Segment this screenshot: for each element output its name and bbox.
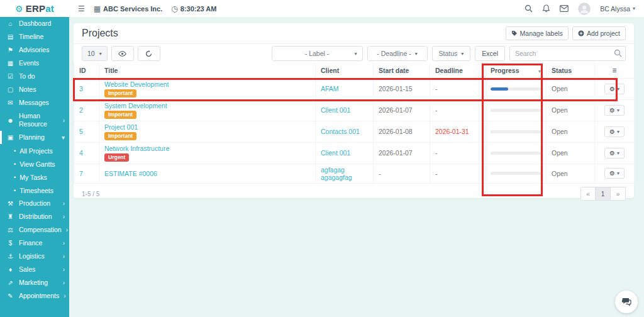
label-badge: Urgent bbox=[104, 153, 129, 162]
row-actions-button[interactable]: ⚙▾ bbox=[604, 126, 625, 137]
project-title-link[interactable]: Network Infrastructure bbox=[104, 145, 169, 152]
col-header-title[interactable]: Title bbox=[99, 63, 316, 78]
plus-circle-icon bbox=[578, 30, 584, 36]
client-link[interactable]: Client 001 bbox=[321, 149, 350, 157]
sidebar-item-timeline[interactable]: ▤ Timeline bbox=[0, 30, 69, 43]
project-title-link[interactable]: Website Development bbox=[104, 81, 169, 88]
toggle-columns-button[interactable] bbox=[111, 46, 134, 61]
current-time: 8:30:23 AM bbox=[180, 5, 217, 13]
project-id-link[interactable]: 2 bbox=[79, 106, 83, 114]
start-date-cell: 2026-01-15 bbox=[374, 78, 430, 99]
project-id-link[interactable]: 4 bbox=[79, 149, 83, 157]
sidebar-subitem-timesheets[interactable]: • Timesheets bbox=[0, 184, 69, 197]
client-link[interactable]: Contacts 001 bbox=[321, 128, 360, 135]
client-link[interactable]: Client 001 bbox=[321, 106, 350, 114]
chevron-right-icon: › bbox=[63, 252, 65, 260]
progress-bar bbox=[491, 172, 541, 175]
status-filter-button[interactable]: Status ▾ bbox=[432, 46, 471, 61]
row-actions-button[interactable]: ⚙▾ bbox=[604, 84, 625, 94]
eye-icon bbox=[118, 51, 126, 57]
row-actions-button[interactable]: ⚙▾ bbox=[604, 148, 625, 158]
col-header-id[interactable]: ID bbox=[74, 63, 99, 78]
chevron-right-icon: › bbox=[63, 116, 65, 125]
notifications-bell-icon[interactable] bbox=[542, 4, 550, 13]
row-actions-button[interactable]: ⚙▾ bbox=[604, 168, 625, 179]
add-project-button[interactable]: Add project bbox=[572, 26, 626, 40]
manage-labels-button[interactable]: Manage labels bbox=[506, 26, 569, 40]
project-title-link[interactable]: Project 001 bbox=[104, 123, 138, 131]
sidebar-subitem-view-gantts[interactable]: • View Gantts bbox=[0, 157, 69, 170]
pagination-next-button[interactable]: » bbox=[611, 187, 626, 201]
sidebar-toggle[interactable]: ☰ bbox=[78, 4, 85, 13]
search-icon[interactable] bbox=[525, 4, 533, 13]
col-header-start-date[interactable]: Start date bbox=[374, 63, 430, 78]
erpat-logo[interactable]: ⚙ ERPat bbox=[0, 0, 69, 17]
company-selector[interactable]: ▦ ABC Services Inc. bbox=[94, 4, 163, 13]
sidebar-item-dashboard[interactable]: ⌂ Dashboard bbox=[0, 17, 69, 30]
sidebar-subitem-label: My Tasks bbox=[19, 174, 47, 181]
sidebar-item-messages[interactable]: ✉ Messages bbox=[0, 96, 69, 109]
deadline-cell: - bbox=[430, 99, 486, 121]
sidebar-item-label: Timeline bbox=[19, 33, 43, 41]
user-menu[interactable]: BC Alyssa ▾ bbox=[600, 5, 635, 13]
client-link[interactable]: agfagag agagagfag bbox=[321, 166, 352, 181]
erpat-logo-text: ERPat bbox=[26, 3, 54, 14]
col-header-status[interactable]: Status bbox=[547, 63, 595, 78]
sidebar-item-compensation[interactable]: ⚖ Compensation › bbox=[0, 223, 69, 236]
chat-fab-button[interactable] bbox=[615, 291, 638, 313]
sidebar-item-logistics[interactable]: ⚓ Logistics › bbox=[0, 250, 69, 263]
pagination-prev-button[interactable]: « bbox=[580, 187, 596, 201]
deadline-filter-select[interactable]: - Deadline - ▾ bbox=[367, 46, 428, 61]
project-title-link[interactable]: ESTIMATE #0006 bbox=[104, 170, 157, 177]
sidebar-item-marketing[interactable]: ⇗ Marketing › bbox=[0, 276, 69, 289]
label-filter-value: - Label - bbox=[305, 50, 330, 57]
search-input[interactable] bbox=[509, 46, 626, 61]
client-link[interactable]: AFAM bbox=[321, 85, 339, 92]
sidebar-item-distribution[interactable]: ♜ Distribution › bbox=[0, 210, 69, 223]
project-id-link[interactable]: 5 bbox=[79, 128, 83, 135]
sidebar-item-advisories[interactable]: ⚑ Advisories bbox=[0, 43, 69, 57]
sidebar-item-human-resource[interactable]: ☻ Human Resource › bbox=[0, 109, 69, 131]
progress-bar bbox=[491, 109, 541, 112]
messages-envelope-icon[interactable] bbox=[560, 5, 569, 12]
sidebar-subitem-all-projects[interactable]: • All Projects bbox=[0, 144, 69, 157]
tag-icon bbox=[511, 30, 518, 36]
refresh-button[interactable] bbox=[138, 46, 160, 61]
col-header-deadline[interactable]: Deadline bbox=[430, 63, 486, 78]
sidebar-item-label: Logistics bbox=[19, 252, 45, 260]
sort-caret-icon: ▾ bbox=[538, 69, 541, 74]
project-id-link[interactable]: 7 bbox=[79, 170, 83, 177]
sidebar-item-label: Sales bbox=[19, 265, 35, 274]
page-size-select[interactable]: 10 ▾ bbox=[82, 46, 108, 61]
sidebar-item-label: Dashboard bbox=[19, 19, 51, 28]
sidebar-item-finance[interactable]: $ Finance › bbox=[0, 236, 69, 250]
bullet-icon: • bbox=[14, 148, 16, 154]
row-actions-button[interactable]: ⚙▾ bbox=[604, 105, 625, 116]
projects-table: ID Title Client Start date Deadline Prog… bbox=[74, 63, 635, 184]
sidebar-item-appointments[interactable]: ✎ Appointments › bbox=[0, 289, 69, 303]
sidebar-item-planning[interactable]: ▣ Planning ▾ bbox=[0, 131, 69, 144]
status-cell: Open bbox=[547, 164, 595, 183]
clock-display: ◷ 8:30:23 AM bbox=[171, 4, 216, 13]
deadline-cell: - bbox=[430, 164, 486, 183]
project-title-link[interactable]: System Development bbox=[104, 102, 167, 109]
project-id-link[interactable]: 3 bbox=[79, 85, 83, 92]
sidebar-item-production[interactable]: ⚒ Production › bbox=[0, 197, 69, 210]
sidebar-item-sales[interactable]: ♦ Sales › bbox=[0, 263, 69, 276]
deadline-cell: - bbox=[430, 78, 486, 99]
manage-labels-label: Manage labels bbox=[520, 30, 563, 37]
cogs-icon: ⚙ bbox=[609, 150, 615, 157]
sidebar-subitem-my-tasks[interactable]: • My Tasks bbox=[0, 170, 69, 184]
user-avatar[interactable] bbox=[578, 3, 591, 15]
sidebar-item-label: Advisories bbox=[19, 46, 49, 54]
sidebar-item-todo[interactable]: ☑ To do bbox=[0, 70, 69, 83]
excel-export-button[interactable]: Excel bbox=[475, 46, 505, 61]
pagination-page-1[interactable]: 1 bbox=[596, 187, 611, 201]
col-header-client[interactable]: Client bbox=[316, 63, 374, 78]
label-filter-select[interactable]: - Label - ▾ bbox=[272, 46, 363, 61]
sidebar-item-notes[interactable]: ▢ Notes bbox=[0, 83, 69, 96]
col-header-progress[interactable]: Progress▾ bbox=[486, 63, 547, 78]
sidebar-item-events[interactable]: ▦ Events bbox=[0, 57, 69, 70]
progress-cell bbox=[486, 164, 547, 183]
column-settings-icon[interactable]: ≡ bbox=[595, 63, 635, 78]
